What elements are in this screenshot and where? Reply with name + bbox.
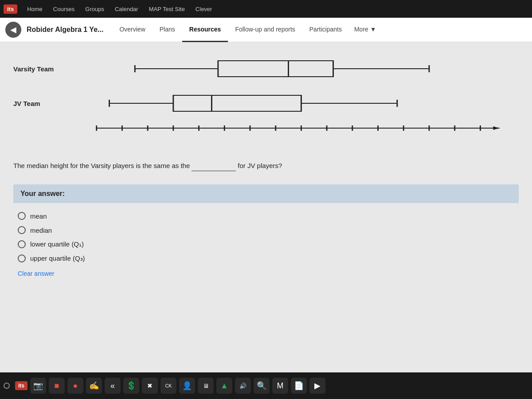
taskbar-mail-icon[interactable]: M [272,378,288,394]
option-upper-quartile-label: upper quartile (Q₃) [30,254,85,262]
course-title: Robider Algebra 1 Ye... [27,26,103,34]
radio-lower-quartile[interactable] [18,240,26,248]
chevron-down-icon: ▼ [370,26,376,33]
blank-line [192,160,236,171]
option-lower-quartile-label: lower quartile (Q₁) [30,240,84,248]
jv-label: JV Team [13,100,71,107]
taskbar-cube-icon[interactable]: ■ [49,378,65,394]
taskbar-search-icon[interactable]: 🔍 [254,378,270,394]
taskbar-sound-icon[interactable]: 🔊 [235,378,251,394]
your-answer-label: Your answer: [20,190,512,198]
taskbar-camera-icon[interactable]: 📷 [30,378,46,394]
taskbar-dollar-icon[interactable]: 💲 [123,378,139,394]
taskbar-person-icon[interactable]: 👤 [179,378,195,394]
taskbar-radio[interactable] [4,383,10,389]
taskbar-circle-icon[interactable]: ● [67,378,83,394]
nav-groups[interactable]: Groups [81,4,109,14]
svg-rect-2 [218,61,333,77]
jv-boxplot [71,90,519,117]
taskbar-its-logo[interactable]: its [15,381,27,390]
nav-courses[interactable]: Courses [49,4,79,14]
taskbar-play-icon[interactable]: ▶ [309,378,325,394]
varsity-label: Varsity Team [13,65,71,73]
boxplot-container: Varsity Team JV Team [13,51,519,151]
option-lower-quartile[interactable]: lower quartile (Q₁) [18,240,519,248]
taskbar-pen-icon[interactable]: ✍ [86,378,102,394]
nav-clever[interactable]: Clever [191,4,217,14]
nav-calendar[interactable]: Calendar [110,4,143,14]
option-median[interactable]: median [18,226,519,234]
option-median-label: median [30,227,52,234]
taskbar-monitor-icon[interactable]: 🖥 [198,378,214,394]
svg-marker-29 [493,126,499,130]
course-header: ◀ Robider Algebra 1 Ye... Overview Plans… [0,18,532,42]
axis-row [13,125,519,133]
its-logo[interactable]: its [4,4,17,14]
taskbar-doc-icon[interactable]: 📄 [291,378,307,394]
back-button[interactable]: ◀ [5,22,21,38]
jv-boxplot-row: JV Team [13,90,519,117]
taskbar-triangle-icon[interactable]: ▲ [216,378,232,394]
course-tabs: Overview Plans Resources Follow-up and r… [112,18,527,42]
tab-participants[interactable]: Participants [302,18,349,42]
option-upper-quartile[interactable]: upper quartile (Q₃) [18,254,519,262]
taskbar: its 📷 ■ ● ✍ « 💲 ✖ CK 👤 🖥 ▲ 🔊 🔍 M 📄 ▶ [0,372,532,399]
varsity-boxplot-row: Varsity Team [13,55,519,82]
top-navigation: its Home Courses Groups Calendar MAP Tes… [0,0,532,18]
varsity-boxplot [71,55,519,82]
radio-mean[interactable] [18,212,26,220]
svg-rect-8 [173,95,301,111]
option-mean[interactable]: mean [18,212,519,220]
tab-overview[interactable]: Overview [112,18,152,42]
nav-map-test-site[interactable]: MAP Test Site [145,4,189,14]
option-mean-label: mean [30,212,47,220]
tab-plans[interactable]: Plans [153,18,182,42]
tab-resources[interactable]: Resources [182,18,228,42]
clear-answer-link[interactable]: Clear answer [18,270,54,277]
taskbar-x-icon[interactable]: ✖ [142,378,158,394]
radio-upper-quartile[interactable] [18,254,26,262]
tab-follow-up[interactable]: Follow-up and reports [228,18,302,42]
main-content: Varsity Team JV Team [0,42,532,372]
tab-more[interactable]: More ▼ [349,18,382,42]
radio-median[interactable] [18,226,26,234]
question-text: The median height for the Varsity player… [13,160,519,171]
taskbar-back-icon[interactable]: « [105,378,121,394]
your-answer-section: Your answer: [13,184,519,203]
nav-home[interactable]: Home [23,4,47,14]
taskbar-ck-icon[interactable]: CK [160,378,176,394]
radio-options: mean median lower quartile (Q₁) upper qu… [18,212,519,262]
